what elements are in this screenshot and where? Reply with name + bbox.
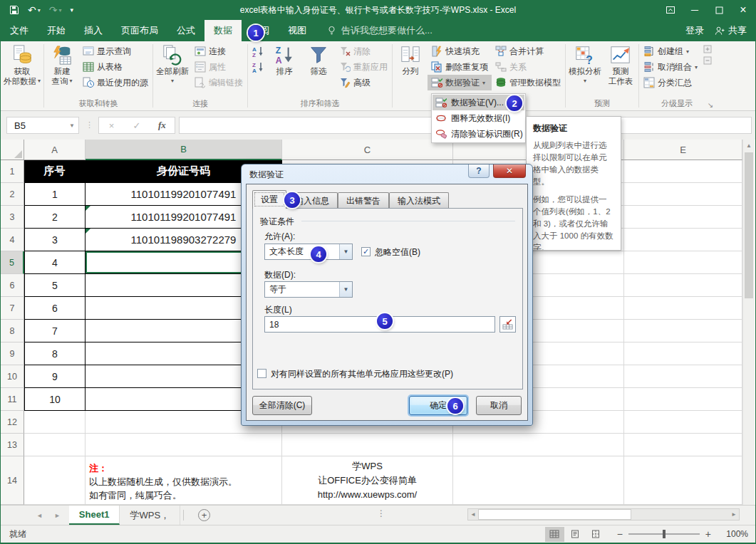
zoom-level[interactable]: 100% xyxy=(718,529,748,539)
menu-item-clear-validation-circles[interactable]: 清除验证标识圈(R) xyxy=(433,126,524,142)
menu-item-circle-invalid-data[interactable]: 圈释无效数据(I) xyxy=(433,110,524,126)
column-header-b[interactable]: B xyxy=(86,140,282,160)
name-box-dropdown-icon[interactable]: ▼ xyxy=(66,122,78,129)
column-header-e[interactable]: E xyxy=(624,140,742,160)
show-queries-button[interactable]: 显示查询 xyxy=(79,43,152,59)
edit-links-button[interactable]: 编辑链接 xyxy=(191,75,247,90)
cell-b13[interactable] xyxy=(86,434,282,456)
page-layout-view-icon[interactable] xyxy=(566,527,585,542)
share-button[interactable]: 共享 xyxy=(714,24,747,37)
apply-all-checkbox[interactable]: 对有同样设置的所有其他单元格应用这些更改(P) xyxy=(257,368,453,380)
cell-b14-note[interactable]: 注： 以上数据随机生成，仅供数据演示。 如有雷同，纯属巧合。 xyxy=(86,456,282,505)
cell-a7[interactable]: 6 xyxy=(24,297,86,320)
cell-e2[interactable] xyxy=(624,183,742,206)
row-header-4[interactable]: 4 xyxy=(1,229,24,251)
sort-descending-button[interactable]: ZA xyxy=(249,59,267,75)
cell-a4[interactable]: 3 xyxy=(24,229,86,251)
cell-e3[interactable] xyxy=(624,206,742,229)
cell-d13[interactable] xyxy=(453,434,624,456)
row-header-7[interactable]: 7 xyxy=(1,297,24,320)
properties-button[interactable]: 属性 xyxy=(191,59,247,75)
filter-button[interactable]: 筛选 xyxy=(301,42,336,76)
maximize-icon[interactable] xyxy=(707,0,731,20)
cell-a11[interactable]: 10 xyxy=(24,388,86,411)
hide-detail-icon[interactable] xyxy=(703,56,712,65)
tell-me-box[interactable]: 告诉我您想要做什么... xyxy=(327,20,433,41)
tab-insert[interactable]: 插入 xyxy=(75,20,112,41)
cell-a12[interactable] xyxy=(24,411,86,434)
row-header-12[interactable]: 12 xyxy=(1,411,24,434)
new-query-button[interactable]: 新建 查询▾ xyxy=(45,42,79,86)
cell-e9[interactable] xyxy=(624,342,742,365)
cell-e6[interactable] xyxy=(624,274,742,297)
clear-filter-button[interactable]: 清除 xyxy=(336,43,391,59)
subtotal-button[interactable]: 分类汇总 xyxy=(640,75,701,90)
remove-duplicates-button[interactable]: 删除重复项 xyxy=(428,59,492,75)
tab-home[interactable]: 开始 xyxy=(38,20,75,41)
row-header-3[interactable]: 3 xyxy=(1,206,24,229)
tab-file[interactable]: 文件 xyxy=(1,20,38,41)
save-icon[interactable] xyxy=(9,5,19,15)
data-combobox[interactable]: 等于 ▼ xyxy=(264,281,353,298)
customize-qat-icon[interactable]: ▾ xyxy=(71,6,74,14)
range-selector-button[interactable] xyxy=(499,316,516,333)
select-all-corner[interactable] xyxy=(1,140,24,160)
row-header-10[interactable]: 10 xyxy=(1,365,24,388)
cell-a2[interactable]: 1 xyxy=(24,183,86,206)
cell-a14[interactable] xyxy=(24,456,86,505)
create-group-button[interactable]: 创建组 ▾ xyxy=(640,43,701,59)
get-external-data-button[interactable]: 获取 外部数据▾ xyxy=(1,42,43,86)
sheet-tab-sheet1[interactable]: Sheet1 xyxy=(69,506,120,525)
ungroup-button[interactable]: 取消组合 ▾ xyxy=(640,59,701,75)
cell-a13[interactable] xyxy=(24,434,86,456)
consolidate-button[interactable]: 合并计算 xyxy=(492,43,564,59)
cell-e12[interactable] xyxy=(624,411,742,434)
sort-ascending-button[interactable]: AZ xyxy=(249,43,267,59)
cell-e4[interactable] xyxy=(624,229,742,251)
cell-d14[interactable] xyxy=(453,456,624,505)
zoom-slider-thumb[interactable] xyxy=(663,530,666,538)
from-table-button[interactable]: 从表格 xyxy=(79,59,152,75)
horizontal-scrollbar-thumb[interactable] xyxy=(478,509,631,520)
cancel-button[interactable]: 取消 xyxy=(476,396,522,415)
sheet-next-icon[interactable]: ► xyxy=(54,512,61,519)
close-icon[interactable]: × xyxy=(731,0,755,20)
column-header-a[interactable]: A xyxy=(24,140,86,160)
reapply-filter-button[interactable]: 重新应用 xyxy=(336,59,391,75)
dialog-tab-error-alert[interactable]: 出错警告 xyxy=(338,192,389,209)
relationships-button[interactable]: 关系 xyxy=(492,59,564,75)
confirm-entry-icon[interactable]: ✓ xyxy=(124,117,149,133)
cell-e14[interactable] xyxy=(624,456,742,505)
row-header-1[interactable]: 1 xyxy=(1,160,24,183)
connections-button[interactable]: 连接 xyxy=(191,43,247,59)
cell-a6[interactable]: 5 xyxy=(24,274,86,297)
cell-a3[interactable]: 2 xyxy=(24,206,86,229)
cell-e7[interactable] xyxy=(624,297,742,320)
dialog-help-icon[interactable]: ? xyxy=(468,164,490,178)
clear-all-button[interactable]: 全部清除(C) xyxy=(252,396,312,415)
cell-a1[interactable]: 序号 xyxy=(24,160,86,183)
ignore-blank-checkbox[interactable]: ✓ 忽略空值(B) xyxy=(361,246,420,258)
page-break-view-icon[interactable] xyxy=(586,527,606,542)
allow-combobox[interactable]: 文本长度 ▼ xyxy=(264,244,353,260)
recent-sources-button[interactable]: 最近使用的源 xyxy=(79,75,152,90)
manage-data-model-button[interactable]: 管理数据模型 xyxy=(492,75,564,90)
vertical-scrollbar-thumb[interactable] xyxy=(745,152,753,298)
cell-c14-promo[interactable]: 学WPS 让OFFICE办公变得简单 http://www.xuewps.com… xyxy=(282,456,453,505)
dialog-tab-ime-mode[interactable]: 输入法模式 xyxy=(389,192,449,209)
zoom-in-icon[interactable]: + xyxy=(705,528,711,540)
sign-in-button[interactable]: 登录 xyxy=(685,24,704,37)
minimize-icon[interactable]: ─ xyxy=(683,0,707,20)
refresh-all-button[interactable]: 全部刷新 ▾ xyxy=(154,42,191,86)
advanced-filter-button[interactable]: 高级 xyxy=(336,75,391,90)
text-to-columns-button[interactable]: 分列 xyxy=(393,42,428,76)
dialog-tab-settings[interactable]: 设置 xyxy=(252,190,286,209)
cell-e13[interactable] xyxy=(624,434,742,456)
formula-bar-splitter[interactable]: ⋮ xyxy=(86,120,94,130)
name-box[interactable]: B5 ▼ xyxy=(6,117,79,134)
cell-e5[interactable] xyxy=(624,251,742,274)
row-header-9[interactable]: 9 xyxy=(1,342,24,365)
cell-c13[interactable] xyxy=(282,434,453,456)
what-if-analysis-button[interactable]: ? 模拟分析 ▾ xyxy=(566,42,604,86)
row-header-13[interactable]: 13 xyxy=(1,434,24,456)
